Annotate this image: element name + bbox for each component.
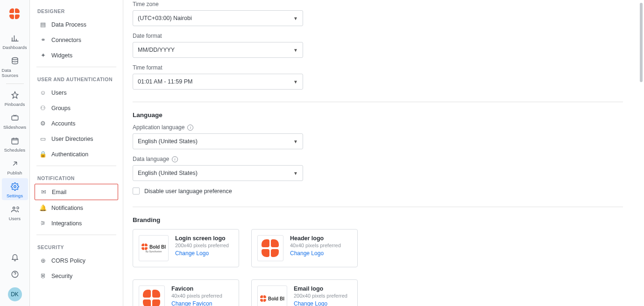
rail-item-datasources[interactable]: Data Sources [2, 53, 28, 80]
divider [133, 207, 623, 207]
rail-label: Publish [7, 170, 22, 175]
divider [36, 166, 116, 166]
account-icon: ⚙ [39, 120, 47, 127]
rail-label: Schedules [4, 147, 25, 153]
nav-item-users[interactable]: ☺Users [35, 85, 118, 100]
rail-item-slideshows[interactable]: Slideshows [2, 110, 28, 132]
nav-item-user-directories[interactable]: ▭User Directories [35, 131, 118, 146]
branding-grid: Bold BI By Syncfusion Login screen logo … [133, 229, 623, 306]
lock-icon: 🔒 [39, 151, 47, 158]
nav-item-authentication[interactable]: 🔒Authentication [35, 146, 118, 162]
nav-item-data-process[interactable]: ▤ Data Process [35, 17, 118, 32]
applang-label: Application language i [133, 124, 623, 131]
section-title-language: Language [133, 111, 623, 118]
nav-item-label: User Directories [51, 136, 93, 142]
database-icon [11, 56, 19, 66]
gear-icon [11, 182, 19, 191]
logo-preview: Bold BI By Syncfusion [139, 235, 169, 261]
widgets-icon: ✦ [39, 52, 47, 59]
rail-label: Pinboards [5, 102, 25, 107]
change-logo-link[interactable]: Change Logo [290, 250, 352, 257]
dateformat-select[interactable]: MM/DD/YYYY ▼ [133, 42, 303, 58]
help-icon[interactable] [11, 270, 19, 281]
svg-rect-1 [12, 116, 18, 120]
rail-label: Settings [7, 193, 23, 198]
brand-hint: 40x40 pixels preferred [171, 293, 233, 299]
rail-label: Slideshows [3, 125, 26, 130]
nav-item-accounts[interactable]: ⚙Accounts [35, 116, 118, 131]
brand-hint: 40x40 pixels preferred [290, 243, 352, 248]
avatar[interactable]: DK [8, 287, 22, 301]
chevron-down-icon: ▼ [293, 48, 298, 53]
brand-hint: 200x40 pixels preferred [294, 293, 352, 299]
nav-item-label: Authentication [51, 151, 88, 158]
divider [36, 67, 116, 67]
plug-icon: ⚞ [39, 220, 47, 227]
link-icon: ⚭ [39, 36, 47, 43]
brand-hint: 200x40 pixels preferred [175, 243, 233, 248]
calendar-icon [11, 136, 19, 146]
rail-item-dashboards[interactable]: Dashboards [2, 30, 28, 52]
dateformat-label: Date format [133, 33, 623, 39]
nav-item-label: Security [51, 273, 72, 279]
nav-item-notifications[interactable]: 🔔Notifications [35, 200, 118, 216]
rail-item-pinboards[interactable]: Pinboards [2, 87, 28, 109]
nav-item-label: Users [51, 90, 67, 96]
globe-icon: ⊕ [39, 257, 47, 264]
nav-group-header: NOTIFICATION [35, 170, 118, 184]
nav-item-label: Data Process [51, 21, 86, 28]
info-icon[interactable]: i [172, 156, 178, 162]
main-content: Date and Time Time zone (UTC+03:00) Nair… [123, 0, 644, 306]
logo-preview [257, 235, 283, 261]
nav-item-groups[interactable]: ⚇Groups [35, 100, 118, 116]
applang-select[interactable]: English (United States) ▼ [133, 133, 303, 149]
disable-user-lang-checkbox[interactable]: Disable user language preference [133, 188, 623, 195]
settings-nav: DESIGNER ▤ Data Process ⚭ Connectors ✦ W… [30, 0, 123, 306]
scrollbar-thumb[interactable] [640, 3, 643, 82]
nav-group-header: DESIGNER [35, 3, 118, 17]
brand-title: Header logo [290, 235, 352, 242]
logo-preview: Bold BI [257, 285, 287, 306]
change-favicon-link[interactable]: Change Favicon [171, 300, 233, 306]
nav-item-integrations[interactable]: ⚞Integrations [35, 216, 118, 231]
rail-label: Data Sources [2, 68, 28, 78]
left-rail: Dashboards Data Sources Pinboards Slides… [0, 0, 30, 306]
checkbox-icon [133, 188, 140, 195]
nav-item-connectors[interactable]: ⚭ Connectors [35, 32, 118, 48]
shield-icon: ⛨ [39, 272, 47, 279]
nav-item-label: Notifications [51, 205, 83, 211]
change-logo-link[interactable]: Change Logo [294, 300, 352, 306]
nav-item-label: Widgets [51, 52, 72, 59]
timezone-select[interactable]: (UTC+03:00) Nairobi ▼ [133, 10, 303, 26]
rail-item-publish[interactable]: Publish [2, 155, 28, 177]
rail-item-schedules[interactable]: Schedules [2, 132, 28, 154]
nav-item-label: CORS Policy [51, 257, 85, 264]
timeformat-select[interactable]: 01:01 AM - 11:59 PM ▼ [133, 74, 303, 90]
group-icon: ⚇ [39, 104, 47, 111]
datalang-select[interactable]: English (United States) ▼ [133, 165, 303, 181]
nav-item-label: Integrations [51, 220, 82, 227]
nav-item-cors-policy[interactable]: ⊕CORS Policy [35, 253, 118, 268]
nav-item-widgets[interactable]: ✦ Widgets [35, 48, 118, 63]
select-value: MM/DD/YYYY [138, 47, 175, 53]
select-value: 01:01 AM - 11:59 PM [138, 78, 192, 85]
info-icon[interactable]: i [187, 125, 193, 131]
section-title-branding: Branding [133, 216, 623, 223]
nav-item-security[interactable]: ⛨Security [35, 268, 118, 284]
chevron-down-icon: ▼ [293, 139, 298, 144]
pin-icon [11, 90, 19, 100]
brand-card-login-logo: Bold BI By Syncfusion Login screen logo … [133, 229, 239, 267]
layers-icon: ▤ [39, 21, 47, 28]
brand-title: Login screen logo [175, 235, 233, 242]
rail-item-settings[interactable]: Settings [2, 178, 28, 200]
bar-chart-icon [11, 34, 19, 43]
nav-item-email[interactable]: ✉Email [35, 184, 118, 200]
nav-item-label: Email [52, 189, 66, 195]
nav-item-label: Connectors [51, 37, 81, 43]
chevron-down-icon: ▼ [293, 171, 298, 176]
change-logo-link[interactable]: Change Logo [175, 250, 233, 257]
rail-item-users[interactable]: Users [2, 201, 28, 223]
checkbox-label: Disable user language preference [144, 188, 232, 195]
brand-card-favicon: Favicon 40x40 pixels preferred Change Fa… [133, 279, 239, 306]
bell-icon[interactable] [11, 253, 19, 264]
